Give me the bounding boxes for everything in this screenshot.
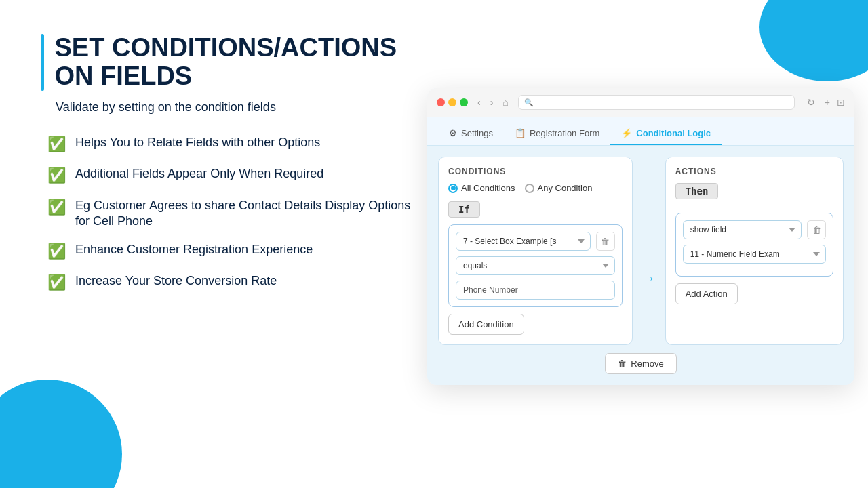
decorative-blob-top [760,0,868,81]
delete-condition-button[interactable]: 🗑 [596,232,615,251]
value-input[interactable] [456,281,615,300]
refresh-button[interactable]: ↻ [807,97,815,108]
arrow-connector: → [642,211,656,345]
if-badge: If [448,201,480,218]
list-item: ✅ Helps You to Relate Fields with other … [47,135,420,155]
window-size-button[interactable]: ⊡ [837,97,845,108]
forward-button[interactable]: › [488,96,496,109]
feature-text: Increase Your Store Conversion Rate [75,273,277,289]
feature-text: Additional Fields Appear Only When Requi… [75,166,323,182]
search-icon: 🔍 [524,98,534,107]
title-section: SET CONDITIONS/ACTIONS ON FIELDS [41,34,420,91]
add-action-button[interactable]: Add Action [675,283,738,304]
check-icon: ✅ [47,273,66,293]
list-item: ✅ Enhance Customer Registration Experien… [47,242,420,262]
actions-box: ACTIONS Then show field 🗑 11 - Numeric F… [665,157,844,345]
address-bar[interactable]: 🔍 [518,95,795,110]
browser-window: ‹ › ⌂ 🔍 ↻ + ⊡ ⚙ Settings 📋 Registration … [427,88,854,385]
action-field-select[interactable]: 11 - Numeric Field Exam [683,245,826,264]
home-button[interactable]: ⌂ [500,96,511,109]
all-conditions-option[interactable]: All Conditions [448,183,515,193]
action-select-row: show field 🗑 [683,220,826,239]
check-icon: ✅ [47,242,66,262]
then-badge: Then [675,183,719,199]
remove-row: 🗑 Remove [438,353,844,374]
conditions-actions-row: CONDITIONS All Conditions Any Condition … [438,157,844,345]
browser-navigation: ‹ › ⌂ [475,96,511,109]
list-item: ✅ Increase Your Store Conversion Rate [47,273,420,293]
feature-text: Helps You to Relate Fields with other Op… [75,135,320,150]
field-select-row: 7 - Select Box Example [s 🗑 [456,232,615,251]
arrow-icon: → [642,270,656,286]
check-icon: ✅ [47,166,66,186]
tab-registration-label: Registration Form [530,128,599,138]
check-icon: ✅ [47,198,66,218]
action-type-select[interactable]: show field [683,220,802,239]
add-tab-button[interactable]: + [825,97,830,108]
trash-icon: 🗑 [618,359,627,369]
tab-settings-label: Settings [461,128,493,138]
maximize-button[interactable] [460,98,468,106]
check-icon: ✅ [47,135,66,155]
feature-text: Enhance Customer Registration Experience [75,242,313,258]
any-condition-option[interactable]: Any Condition [525,183,593,193]
add-condition-button[interactable]: Add Condition [448,314,524,335]
tab-settings[interactable]: ⚙ Settings [438,123,504,145]
window-controls [437,98,468,106]
action-inner-box: show field 🗑 11 - Numeric Field Exam [675,213,833,277]
remove-label: Remove [631,359,663,369]
any-condition-radio[interactable] [525,184,534,193]
features-list: ✅ Helps You to Relate Fields with other … [47,135,420,293]
browser-tabs: ⚙ Settings 📋 Registration Form ⚡ Conditi… [427,117,854,146]
list-item: ✅ Eg Customer Agrees to share Contact De… [47,198,420,230]
tab-conditional-logic[interactable]: ⚡ Conditional Logic [610,123,722,145]
field-select[interactable]: 7 - Select Box Example [s [456,232,591,251]
condition-inner-box: 7 - Select Box Example [s 🗑 equals [448,224,623,307]
close-button[interactable] [437,98,445,106]
browser-chrome: ‹ › ⌂ 🔍 ↻ + ⊡ [427,88,854,117]
all-conditions-label: All Conditions [461,183,515,193]
page-subtitle: Validate by setting on the condition fie… [56,100,420,115]
list-item: ✅ Additional Fields Appear Only When Req… [47,166,420,186]
tab-conditional-label: Conditional Logic [636,128,711,138]
all-conditions-radio[interactable] [448,184,458,193]
action-field-select-row: 11 - Numeric Field Exam [683,245,826,264]
operator-select-row: equals [456,256,615,275]
delete-action-button[interactable]: 🗑 [807,220,826,239]
left-panel: SET CONDITIONS/ACTIONS ON FIELDS Validat… [41,34,420,305]
minimize-button[interactable] [448,98,456,106]
page-title: SET CONDITIONS/ACTIONS ON FIELDS [55,34,420,91]
tab-registration-form[interactable]: 📋 Registration Form [504,123,610,145]
feature-text: Eg Customer Agrees to share Contact Deta… [75,198,420,230]
back-button[interactable]: ‹ [475,96,484,109]
any-condition-label: Any Condition [538,183,593,193]
remove-button[interactable]: 🗑 Remove [605,353,676,374]
decorative-blob-bottom [0,380,122,488]
title-accent-bar [41,34,44,91]
form-icon: 📋 [515,128,526,138]
actions-header: ACTIONS [675,167,833,176]
add-action-label: Add Action [686,289,728,299]
conditions-header: CONDITIONS [448,167,623,176]
logic-icon: ⚡ [621,128,632,138]
condition-type-group: All Conditions Any Condition [448,183,623,193]
settings-icon: ⚙ [449,128,457,138]
conditions-box: CONDITIONS All Conditions Any Condition … [438,157,633,345]
browser-content: CONDITIONS All Conditions Any Condition … [427,146,854,385]
operator-select[interactable]: equals [456,256,615,275]
add-condition-label: Add Condition [458,319,514,329]
